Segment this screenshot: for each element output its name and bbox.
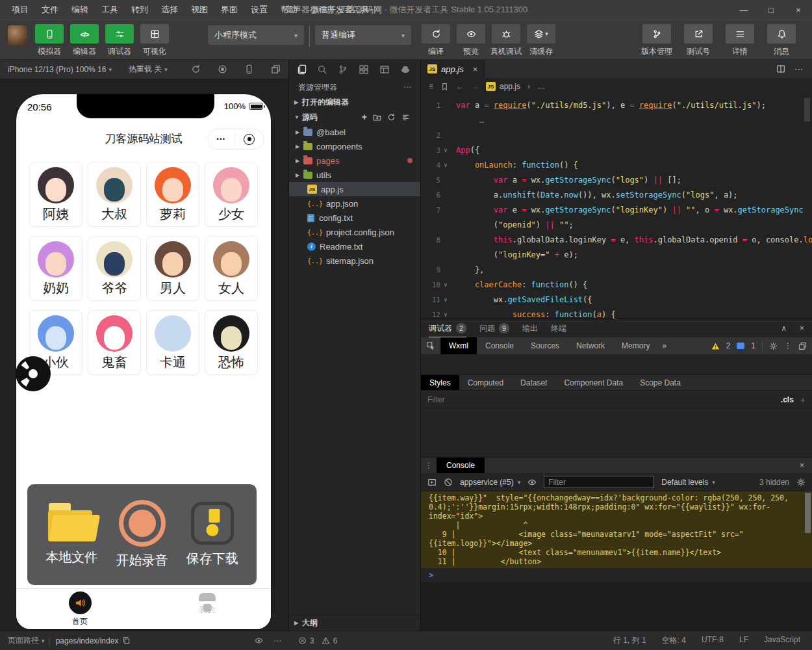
log-levels-select[interactable]: Default levels ▾	[661, 478, 715, 487]
forward-icon[interactable]: →	[471, 82, 479, 91]
menu-item[interactable]: 项目	[5, 0, 35, 20]
file-tree-item[interactable]: ▶ @babel	[289, 125, 420, 139]
more-icon[interactable]: ⋯	[273, 636, 281, 645]
editor-tab[interactable]: JS app.js ×	[421, 60, 485, 78]
styles-tab[interactable]: Scope Data	[631, 375, 689, 390]
right-action-button[interactable]	[684, 24, 713, 44]
menu-item[interactable]: 设置	[244, 0, 274, 20]
menu-item[interactable]: 文件	[35, 0, 65, 20]
hot-reload-toggle[interactable]: 热重载 关▾	[129, 64, 168, 75]
vinyl-disc-widget[interactable]	[14, 355, 52, 393]
breadcrumb-file[interactable]: JS app.js	[486, 82, 520, 91]
file-tree-item[interactable]: JS app.js	[289, 182, 420, 196]
toolbar-button[interactable]	[105, 24, 134, 44]
refresh-icon[interactable]	[387, 113, 396, 122]
new-file-icon[interactable]: +	[362, 113, 367, 122]
voice-option-card[interactable]: 卡通	[146, 310, 199, 375]
fold-icon[interactable]	[440, 173, 451, 188]
devtools-tab[interactable]: Console	[477, 337, 522, 354]
console-settings-gear-icon[interactable]	[796, 478, 806, 487]
styles-tab[interactable]: Dataset	[512, 375, 555, 390]
voice-option-card[interactable]: 萝莉	[146, 162, 199, 227]
toolbar-button[interactable]	[140, 24, 169, 44]
file-tree-item[interactable]: ▶ pages	[289, 153, 420, 168]
fold-icon[interactable]	[440, 113, 451, 128]
add-style-icon[interactable]: +	[800, 395, 806, 405]
menu-item[interactable]: 选择	[155, 0, 184, 20]
capsule-menu[interactable]: •••	[207, 129, 264, 150]
status-item[interactable]: 行 1, 列 1	[613, 635, 646, 646]
debugger-tab[interactable]: 问题 9	[479, 319, 509, 337]
user-avatar[interactable]	[8, 25, 27, 45]
devtools-tab[interactable]: Network	[568, 337, 613, 354]
search-icon[interactable]	[312, 64, 333, 75]
close-panel-icon[interactable]: ×	[800, 324, 804, 333]
status-item[interactable]: JavaScript	[764, 635, 800, 646]
debugger-tab[interactable]: 终端	[551, 319, 566, 337]
fold-icon[interactable]	[440, 98, 451, 113]
file-tree-item[interactable]: {..} sitemap.json	[289, 254, 420, 268]
issues-icon[interactable]	[737, 343, 744, 349]
compile-action-button[interactable]	[422, 24, 450, 44]
fold-icon[interactable]	[440, 233, 451, 248]
inspect-element-icon[interactable]	[421, 337, 440, 354]
mult-window-icon[interactable]	[271, 64, 281, 74]
styles-tab[interactable]: Styles	[421, 375, 459, 390]
code-editor[interactable]: 1 var a = require("./utils/md5.js"), e =…	[421, 95, 812, 318]
extensions-icon[interactable]	[353, 64, 374, 75]
git-branch-icon[interactable]	[333, 64, 353, 75]
fold-icon[interactable]: ∨	[440, 307, 451, 318]
voice-option-card[interactable]: 阿姨	[29, 162, 82, 227]
toolbar-button[interactable]: </>	[70, 24, 99, 44]
status-item[interactable]: LF	[739, 635, 748, 646]
editor-scrollbar[interactable]	[804, 98, 810, 122]
menu-item[interactable]: 界面	[214, 0, 244, 20]
teapot-icon[interactable]	[395, 64, 416, 75]
console-filter-input[interactable]	[544, 476, 654, 488]
fold-icon[interactable]	[440, 218, 451, 233]
open-editors-section[interactable]: ▶ 打开的编辑器	[289, 95, 420, 110]
tabbar-item[interactable]: 首页	[16, 589, 144, 629]
voice-option-card[interactable]: 爷爷	[88, 236, 141, 301]
breadcrumb-more[interactable]: …	[537, 82, 545, 91]
voice-option-card[interactable]: 男人	[146, 236, 199, 301]
panel-button[interactable]: 本地文件	[45, 503, 97, 566]
voice-option-card[interactable]: 大叔	[88, 162, 141, 227]
styles-tab[interactable]: Component Data	[555, 375, 631, 390]
devtools-tab[interactable]: Wxml	[440, 337, 477, 354]
more-icon[interactable]: ⋯	[403, 83, 411, 92]
more-tabs-icon[interactable]: »	[658, 337, 670, 354]
menu-item[interactable]: 转到	[125, 0, 155, 20]
voice-option-card[interactable]: 女人	[205, 236, 258, 301]
outline-section[interactable]: ▶ 大纲	[289, 615, 420, 630]
voice-option-card[interactable]: 少女	[205, 162, 258, 227]
execution-context-select[interactable]: appservice (#5) ▾	[460, 478, 520, 487]
files-icon[interactable]	[291, 64, 312, 75]
close-drawer-icon[interactable]: ×	[792, 458, 812, 473]
outline-list-icon[interactable]: ≡	[429, 82, 433, 91]
settings-gear-icon[interactable]	[769, 342, 778, 350]
file-tree-item[interactable]: ▶ components	[289, 139, 420, 153]
compile-select[interactable]: 普通编译▾	[315, 25, 411, 45]
toolbar-button[interactable]	[35, 24, 64, 44]
minimize-button[interactable]: —	[730, 0, 757, 20]
record-icon[interactable]	[218, 64, 227, 74]
fold-icon[interactable]	[440, 263, 451, 278]
fold-icon[interactable]: ∨	[440, 292, 451, 307]
fold-icon[interactable]	[440, 203, 451, 218]
styles-tab[interactable]: Computed	[459, 375, 512, 390]
exit-target-icon[interactable]	[244, 134, 255, 145]
eye-icon[interactable]	[255, 636, 263, 645]
devtools-tab[interactable]: Sources	[522, 337, 568, 354]
file-tree-item[interactable]: ▶ utils	[289, 168, 420, 182]
mode-select[interactable]: 小程序模式▾	[208, 25, 304, 45]
fold-icon[interactable]	[440, 128, 451, 143]
file-tree-item[interactable]: i Readme.txt	[289, 239, 420, 254]
split-editor-icon[interactable]	[776, 64, 785, 73]
console-drawer-tab[interactable]: Console	[437, 458, 485, 473]
collapse-panel-icon[interactable]: ∧	[781, 324, 787, 333]
device-select[interactable]: iPhone 12/13 (Pro) 100% 16▾	[8, 65, 112, 74]
fold-icon[interactable]	[440, 188, 451, 203]
layout-icon[interactable]	[374, 64, 395, 75]
right-action-button[interactable]	[726, 24, 754, 44]
